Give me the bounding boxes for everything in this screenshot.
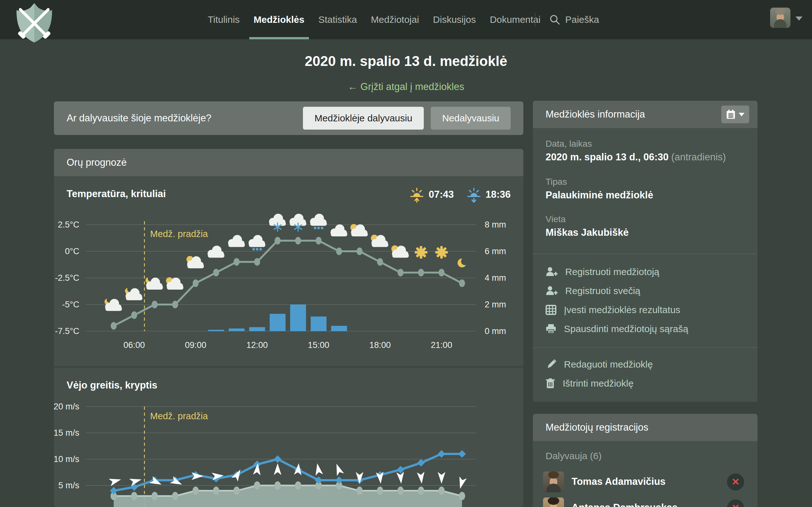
field-label-type: Tipas: [546, 177, 567, 187]
trash-icon: [546, 378, 555, 389]
user-avatar[interactable]: [770, 8, 791, 28]
svg-text:8 mm: 8 mm: [485, 220, 506, 229]
register-guest-label: Registruoti svečią: [565, 285, 641, 296]
weather-rain-cloud-icon: [249, 235, 265, 250]
svg-text:Medž. pradžia: Medž. pradžia: [150, 229, 208, 239]
registrations-header: Medžiotojų registracijos: [533, 414, 757, 441]
register-hunter-link[interactable]: Registruoti medžiotoją: [546, 264, 659, 279]
attending-count-label: Dalyvauja (6): [546, 451, 602, 461]
svg-text:-2.5°C: -2.5°C: [55, 273, 79, 283]
weather-sun-cloud-icon: [371, 235, 388, 247]
nav-item-medziokles[interactable]: Medžioklės: [254, 0, 305, 39]
user-plus-icon: [546, 267, 558, 277]
svg-text:0°C: 0°C: [65, 246, 79, 256]
svg-text:-5°C: -5°C: [62, 300, 79, 309]
wind-direction-arrow-icon: [333, 462, 344, 476]
field-extra-weekday: (antradienis): [671, 152, 726, 163]
svg-text:4 mm: 4 mm: [485, 273, 506, 283]
hunt-detail-page: Titulinis Medžioklės Statistika Medžioto…: [0, 0, 812, 507]
svg-text:06:00: 06:00: [123, 340, 145, 350]
participant-avatar: [543, 498, 564, 507]
nav-item-titulinis[interactable]: Titulinis: [208, 0, 240, 39]
svg-text:0 mm: 0 mm: [485, 326, 506, 336]
weather-moon-icon: [458, 258, 469, 268]
pencil-icon: [546, 359, 556, 370]
nav-item-diskusijos[interactable]: Diskusijos: [433, 0, 476, 39]
svg-text:2 mm: 2 mm: [485, 300, 506, 309]
divider: [533, 347, 757, 348]
weather-sun-icon: [435, 246, 448, 259]
participation-bar: Ar dalyvausite šioje medžioklėje? Medžio…: [54, 101, 523, 135]
svg-text:-7.5°C: -7.5°C: [55, 326, 79, 336]
participant-row: Tomas Adamavičius ✕: [533, 471, 757, 494]
participant-name: Tomas Adamavičius: [571, 476, 665, 487]
print-list-link[interactable]: Spausdinti medžiotojų sąrašą: [546, 321, 688, 337]
edit-hunt-link[interactable]: Redaguoti medžioklę: [546, 357, 653, 372]
delete-hunt-label: Ištrinti medžioklę: [563, 378, 633, 389]
user-menu-caret-icon[interactable]: [796, 16, 803, 20]
participant-name: Antanas Dambrauskas: [571, 502, 677, 507]
sunset-icon: [467, 186, 481, 203]
remove-participant-button[interactable]: ✕: [727, 499, 744, 507]
svg-text:2.5°C: 2.5°C: [58, 220, 79, 229]
svg-text:15:00: 15:00: [308, 340, 329, 350]
svg-text:15 m/s: 15 m/s: [54, 428, 79, 438]
wind-direction-arrow-icon: [313, 463, 323, 475]
weather-moon-cloud-icon: [104, 297, 122, 311]
calendar-caret-icon: [739, 113, 745, 116]
delete-hunt-link[interactable]: Ištrinti medžioklę: [546, 376, 633, 391]
search-icon: [549, 14, 560, 25]
sun-times: 07:43 18:36: [409, 186, 511, 203]
nav-item-medziotojai[interactable]: Medžiotojai: [371, 0, 419, 39]
weather-cloud-icon: [207, 245, 224, 258]
weather-cloud-icon: [331, 224, 347, 236]
printer-icon: [546, 324, 556, 334]
temperature-chart-title: Temperatūra, krituliai: [67, 188, 166, 200]
wind-direction-arrow-icon: [438, 472, 445, 484]
wind-direction-arrow-icon: [356, 472, 363, 484]
weather-sun-icon: [415, 246, 427, 259]
top-navbar: Titulinis Medžioklės Statistika Medžioto…: [0, 0, 812, 39]
svg-text:10 m/s: 10 m/s: [54, 454, 79, 464]
search-control[interactable]: Paieška: [549, 0, 599, 39]
temperature-chart-card: 2.5°C8 mm0°C6 mm-2.5°C4 mm-5°C2 mm-7.5°C…: [54, 176, 523, 366]
wind-direction-arrow-icon: [417, 472, 425, 484]
participant-row: Antanas Dambrauskas ✕: [533, 498, 757, 507]
remove-x-icon: ✕: [731, 477, 740, 487]
wind-direction-arrow-icon: [274, 463, 281, 475]
weather-sun-cloud-icon: [166, 277, 183, 290]
sunset-time: 18:36: [486, 189, 511, 200]
club-logo-shield-icon[interactable]: [13, 2, 55, 44]
register-guest-link[interactable]: Registruoti svečią: [546, 283, 641, 298]
divider: [533, 253, 757, 254]
search-label: Paieška: [565, 14, 599, 25]
sunrise-time: 07:43: [428, 189, 454, 200]
registrations-title: Medžiotojų registracijos: [546, 422, 648, 433]
field-value-date: 2020 m. spalio 13 d., 06:30 (antradienis…: [546, 152, 726, 163]
hunt-info-title: Medžioklės informacija: [546, 109, 645, 120]
wind-chart-card: 20 m/s15 m/s10 m/s5 m/sMedž. pradžia Vėj…: [54, 368, 523, 507]
weather-snow-cloud-icon: [269, 214, 286, 231]
enter-results-label: Įvesti medžioklės rezultatus: [564, 304, 680, 315]
participate-yes-button[interactable]: Medžioklėje dalyvausiu: [303, 107, 424, 130]
enter-results-link[interactable]: Įvesti medžioklės rezultatus: [546, 302, 680, 318]
nav-item-dokumentai[interactable]: Dokumentai: [490, 0, 541, 39]
field-label-place: Vieta: [546, 214, 565, 224]
nav-divider: [535, 13, 536, 26]
participate-no-button[interactable]: Nedalyvausiu: [431, 107, 511, 130]
svg-text:Medž. pradžia: Medž. pradžia: [150, 411, 208, 421]
svg-text:5 m/s: 5 m/s: [58, 481, 79, 490]
calendar-icon: [726, 109, 735, 119]
sunrise-icon: [409, 186, 424, 203]
remove-participant-button[interactable]: ✕: [727, 473, 744, 491]
svg-text:18:00: 18:00: [369, 340, 391, 350]
field-value-place: Miškas Jakubiškė: [546, 227, 629, 238]
weather-rain-cloud-icon: [310, 214, 327, 229]
svg-text:21:00: 21:00: [431, 340, 452, 350]
weather-panel-title: Orų prognozė: [67, 157, 127, 168]
calendar-dropdown-button[interactable]: [721, 106, 749, 123]
edit-hunt-label: Redaguoti medžioklę: [564, 359, 653, 370]
hunt-info-body: Data, laikas 2020 m. spalio 13 d., 06:30…: [533, 128, 757, 402]
back-link[interactable]: ← Grįžti atgal į medžiokles: [0, 81, 812, 93]
nav-item-statistika[interactable]: Statistika: [318, 0, 357, 39]
